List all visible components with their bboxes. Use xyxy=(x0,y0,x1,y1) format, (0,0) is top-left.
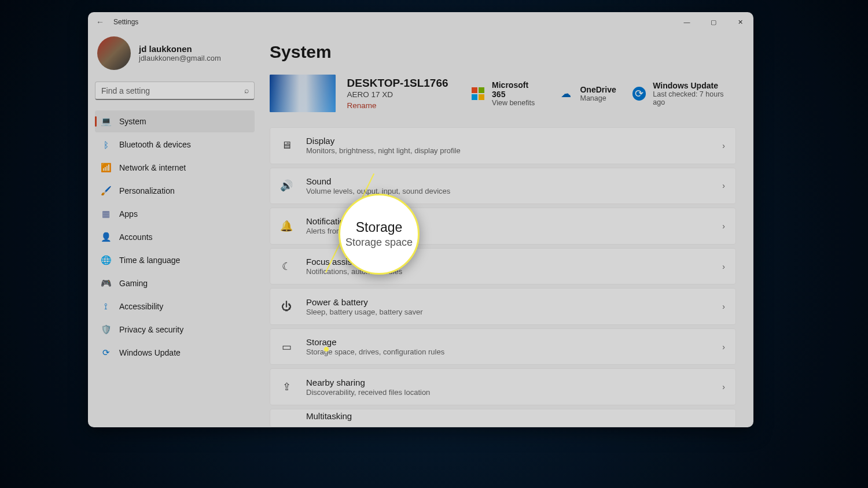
sidebar-item-label: Apps xyxy=(119,209,138,219)
sidebar-item-windows-update[interactable]: ⟳Windows Update xyxy=(95,342,255,364)
power-icon: ⏻ xyxy=(278,301,295,313)
focus-assist-icon: ☾ xyxy=(278,260,295,273)
card-display[interactable]: 🖥DisplayMonitors, brightness, night ligh… xyxy=(270,127,736,164)
maximize-button[interactable]: ▢ xyxy=(700,12,727,32)
sidebar-item-gaming[interactable]: 🎮Gaming xyxy=(95,272,255,294)
card-nearby-sharing[interactable]: ⇪Nearby sharingDiscoverability, received… xyxy=(270,368,736,405)
app-title: Settings xyxy=(113,18,138,26)
accounts-icon: 👤 xyxy=(101,232,111,242)
card-focus-assist[interactable]: ☾Focus assistNotifications, automatic ru… xyxy=(270,248,736,285)
sidebar-item-label: Privacy & security xyxy=(119,325,183,334)
notifications-icon: 🔔 xyxy=(278,220,295,232)
card-multitasking[interactable]: Multitasking xyxy=(270,409,736,427)
profile-block[interactable]: jd laukkonen jdlaukkonen@gmail.com xyxy=(95,32,255,79)
rename-link[interactable]: Rename xyxy=(347,101,448,110)
callout-title: Storage xyxy=(356,220,403,235)
accessibility-icon: ⟟ xyxy=(101,301,111,312)
callout-dot xyxy=(324,347,329,352)
sidebar-nav: 💻SystemᛒBluetooth & devices📶Network & in… xyxy=(95,110,255,364)
sidebar-item-label: Gaming xyxy=(119,279,148,288)
sidebar-item-label: Bluetooth & devices xyxy=(119,140,191,149)
sidebar-item-personalization[interactable]: 🖌️Personalization xyxy=(95,180,255,202)
sidebar-item-network-internet[interactable]: 📶Network & internet xyxy=(95,157,255,179)
privacy-icon: 🛡️ xyxy=(101,324,111,335)
nearby-sharing-icon: ⇪ xyxy=(278,380,295,393)
profile-name: jd laukkonen xyxy=(139,44,221,54)
callout-lens: Storage Storage space xyxy=(339,194,420,275)
chevron-right-icon: › xyxy=(722,221,725,231)
update-sub: Last checked: 7 hours ago xyxy=(653,90,736,106)
onedrive-title: OneDrive xyxy=(580,85,616,94)
device-name: DESKTOP-1SL1766 xyxy=(347,77,448,90)
card-sub: Sleep, battery usage, battery saver xyxy=(306,308,711,316)
chevron-right-icon: › xyxy=(722,181,725,190)
titlebar: ← Settings — ▢ ✕ xyxy=(88,12,753,32)
sidebar-item-bluetooth-devices[interactable]: ᛒBluetooth & devices xyxy=(95,134,255,156)
card-power-battery[interactable]: ⏻Power & batterySleep, battery usage, ba… xyxy=(270,288,736,325)
onedrive-link[interactable]: ☁ OneDrive Manage xyxy=(559,85,616,102)
card-title: Nearby sharing xyxy=(306,378,711,387)
sidebar-item-accessibility[interactable]: ⟟Accessibility xyxy=(95,295,255,317)
main-content: System DESKTOP-1SL1766 AERO 17 XD Rename xyxy=(262,32,753,427)
sidebar-item-accounts[interactable]: 👤Accounts xyxy=(95,226,255,248)
update-title: Windows Update xyxy=(653,81,736,90)
close-button[interactable]: ✕ xyxy=(727,12,753,32)
onedrive-icon: ☁ xyxy=(559,87,573,101)
sidebar-item-apps[interactable]: ▦Apps xyxy=(95,203,255,225)
minimize-button[interactable]: — xyxy=(674,12,700,32)
card-storage[interactable]: ▭StorageStorage space, drives, configura… xyxy=(270,328,736,365)
sidebar-item-label: Accessibility xyxy=(119,302,163,311)
sidebar-item-label: Network & internet xyxy=(119,163,186,172)
chevron-right-icon: › xyxy=(722,262,725,271)
card-title: Power & battery xyxy=(306,297,711,307)
profile-email: jdlaukkonen@gmail.com xyxy=(139,54,221,62)
card-sound[interactable]: 🔊SoundVolume levels, output, input, soun… xyxy=(270,168,736,205)
bluetooth-icon: ᛒ xyxy=(101,140,111,150)
device-model: AERO 17 XD xyxy=(347,90,448,99)
card-title: Multitasking xyxy=(306,411,725,421)
storage-icon: ▭ xyxy=(278,341,295,353)
sidebar-item-label: Personalization xyxy=(119,186,175,195)
system-icon: 💻 xyxy=(101,116,111,127)
chevron-right-icon: › xyxy=(722,342,725,352)
card-title: Display xyxy=(306,136,711,146)
onedrive-sub: Manage xyxy=(580,94,616,102)
search-icon: ⌕ xyxy=(244,86,249,95)
windows-update-link[interactable]: ⟳ Windows Update Last checked: 7 hours a… xyxy=(632,81,736,106)
ms365-sub: View benefits xyxy=(492,99,543,107)
network-icon: 📶 xyxy=(101,162,111,173)
sidebar-item-label: Windows Update xyxy=(119,348,181,357)
avatar xyxy=(97,36,131,70)
settings-window: ← Settings — ▢ ✕ jd laukkonen jdlaukkone… xyxy=(88,12,753,427)
ms365-link[interactable]: Microsoft 365 View benefits xyxy=(472,80,543,107)
sound-icon: 🔊 xyxy=(278,179,295,192)
sidebar: jd laukkonen jdlaukkonen@gmail.com ⌕ 💻Sy… xyxy=(88,32,262,427)
update-icon: ⟳ xyxy=(632,87,646,101)
card-sub: Discoverability, received files location xyxy=(306,388,711,397)
window-controls: — ▢ ✕ xyxy=(674,12,753,32)
card-title: Sound xyxy=(306,176,711,186)
back-button[interactable]: ← xyxy=(96,17,104,27)
sidebar-item-time-language[interactable]: 🌐Time & language xyxy=(95,249,255,271)
device-header: DESKTOP-1SL1766 AERO 17 XD Rename Micros… xyxy=(270,75,736,112)
device-thumbnail xyxy=(270,75,336,112)
sidebar-item-label: Accounts xyxy=(119,232,153,242)
sidebar-item-label: System xyxy=(119,117,146,126)
personalization-icon: 🖌️ xyxy=(101,186,111,196)
sidebar-item-privacy-security[interactable]: 🛡️Privacy & security xyxy=(95,319,255,341)
update-icon: ⟳ xyxy=(101,347,111,358)
card-sub: Storage space, drives, configuration rul… xyxy=(306,347,711,356)
ms365-title: Microsoft 365 xyxy=(492,80,543,99)
settings-cards: 🖥DisplayMonitors, brightness, night ligh… xyxy=(270,127,736,427)
chevron-right-icon: › xyxy=(722,141,725,150)
sidebar-item-system[interactable]: 💻System xyxy=(95,110,255,132)
chevron-right-icon: › xyxy=(722,382,725,391)
apps-icon: ▦ xyxy=(101,209,111,219)
search-input[interactable] xyxy=(95,82,255,100)
page-title: System xyxy=(270,42,736,62)
card-title: Storage xyxy=(306,337,711,347)
callout-sub: Storage space xyxy=(345,236,413,249)
gaming-icon: 🎮 xyxy=(101,278,111,289)
time-language-icon: 🌐 xyxy=(101,255,111,265)
ms365-icon xyxy=(472,87,486,101)
